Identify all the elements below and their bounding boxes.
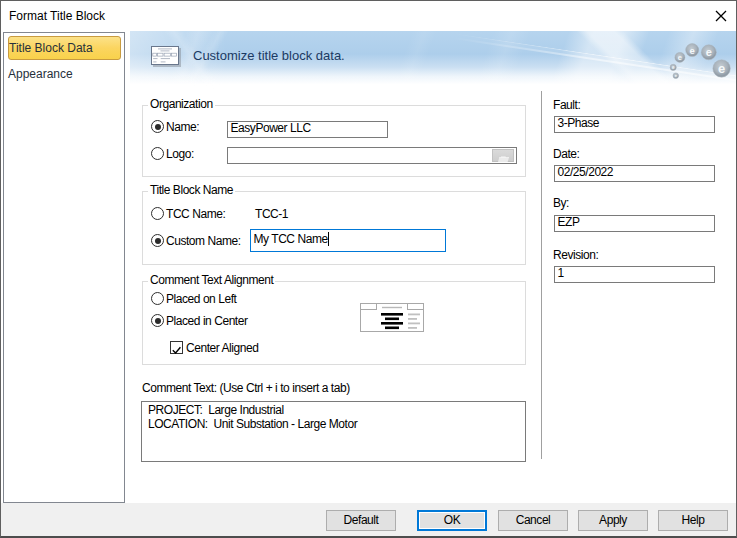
svg-text:e: e [690, 45, 695, 56]
svg-text:e: e [706, 46, 712, 58]
svg-text:e: e [718, 61, 725, 76]
svg-text:e: e [678, 53, 682, 62]
